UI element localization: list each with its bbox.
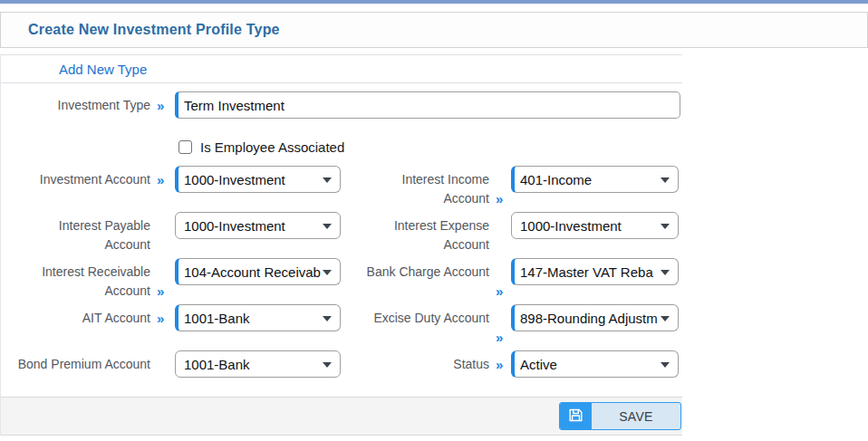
section-title: Add New Type [59,62,147,77]
section-header: Add New Type [1,54,682,83]
excise-duty-account-label: Excise Duty Account [341,304,489,331]
is-employee-associated-checkbox[interactable] [178,140,192,154]
interest-income-account-dropdown[interactable]: 401-Income [511,166,679,193]
field-status: Status » Active [341,350,682,378]
field-investment-type: Investment Type » [1,91,680,119]
field-interest-income-account: Interest IncomeAccount » 401-Income [341,166,682,193]
interest-expense-account-dropdown[interactable]: 1000-Investment [511,212,679,239]
caret-down-icon [661,270,670,275]
interest-payable-account-value: 1000-Investment [184,218,285,234]
investment-account-value: 1000-Investment [184,172,285,187]
caret-down-icon [661,362,670,368]
excise-duty-account-value: 898-Rounding Adjustm [520,311,658,326]
form-row: Bond Premium Account 1001-Bank Status » [1,350,682,378]
double-chevron-right-icon: » [157,311,164,326]
caret-down-icon [323,177,332,183]
caret-down-icon [323,316,332,321]
double-chevron-right-icon: » [157,172,164,187]
bank-charge-account-value: 147-Master VAT Reba [520,264,653,280]
bond-premium-account-value: 1001-Bank [184,357,250,372]
bank-charge-account-dropdown[interactable]: 147-Master VAT Reba [511,258,679,285]
save-button-label: SAVE [592,403,680,429]
page-header: Create New Investment Profile Type [0,12,868,48]
caret-down-icon [661,316,670,321]
bond-premium-account-dropdown[interactable]: 1001-Bank [175,350,341,378]
page-title: Create New Investment Profile Type [28,22,280,38]
caret-down-icon [323,270,332,275]
bond-premium-account-label: Bond Premium Account [1,350,150,378]
status-dropdown[interactable]: Active [511,350,679,378]
caret-down-icon [661,177,670,183]
interest-income-account-value: 401-Income [520,172,592,187]
interest-receivable-account-label: Interest ReceivableAccount [1,258,150,285]
interest-expense-account-label: Interest ExpenseAccount [341,212,489,239]
field-bank-charge-account: Bank Charge Account » 147-Master VAT Reb… [341,258,682,285]
form-row: Interest PayableAccount 1000-Investment … [1,212,682,239]
field-interest-expense-account: Interest ExpenseAccount 1000-Investment [341,212,682,239]
employee-associated-row: Is Employee Associated [178,138,682,156]
bank-charge-account-label: Bank Charge Account [341,258,489,285]
caret-down-icon [323,224,332,229]
double-chevron-right-icon: » [496,191,503,206]
form-panel: Add New Type Investment Type » Is Employ… [0,54,682,436]
interest-expense-account-value: 1000-Investment [520,218,622,234]
interest-receivable-account-value: 104-Account Receivab [184,264,321,280]
field-ait-account: AIT Account » 1001-Bank [1,304,341,331]
double-chevron-right-icon: » [496,330,503,345]
interest-payable-account-label: Interest PayableAccount [1,212,150,239]
field-bond-premium-account: Bond Premium Account 1001-Bank [1,350,341,378]
field-investment-account: Investment Account » 1000-Investment [1,166,341,193]
ait-account-value: 1001-Bank [184,311,250,326]
investment-profile-form: Investment Type » Is Employee Associated… [1,83,682,378]
form-row: AIT Account » 1001-Bank Excise Duty Acco… [1,304,682,331]
excise-duty-account-dropdown[interactable]: 898-Rounding Adjustm [511,304,679,331]
interest-income-account-label: Interest IncomeAccount [341,166,489,193]
save-button[interactable]: SAVE [559,402,681,430]
interest-receivable-account-dropdown[interactable]: 104-Account Receivab [175,258,341,285]
status-label: Status [341,350,489,378]
status-value: Active [520,357,557,372]
is-employee-associated-label: Is Employee Associated [200,139,344,155]
investment-account-dropdown[interactable]: 1000-Investment [175,166,341,193]
form-row: Investment Account » 1000-Investment Int… [1,166,682,193]
floppy-disk-icon [567,407,584,427]
caret-down-icon [661,224,670,229]
double-chevron-right-icon: » [157,98,164,113]
investment-account-label: Investment Account [1,166,150,193]
caret-down-icon [323,362,332,368]
field-excise-duty-account: Excise Duty Account » 898-Rounding Adjus… [341,304,682,331]
ait-account-label: AIT Account [1,304,150,331]
double-chevron-right-icon: » [157,283,164,299]
interest-payable-account-dropdown[interactable]: 1000-Investment [175,212,341,239]
investment-type-input[interactable] [175,91,680,119]
form-footer: SAVE [1,397,682,436]
double-chevron-right-icon: » [496,357,503,372]
ait-account-dropdown[interactable]: 1001-Bank [175,304,341,331]
investment-type-label: Investment Type [1,91,150,119]
field-interest-receivable-account: Interest ReceivableAccount » 104-Account… [1,258,341,285]
field-interest-payable-account: Interest PayableAccount 1000-Investment [1,212,341,239]
form-row: Interest ReceivableAccount » 104-Account… [1,258,682,285]
top-accent-bar [0,0,868,4]
investment-type-row: Investment Type » [1,91,682,119]
double-chevron-right-icon: » [496,283,503,299]
